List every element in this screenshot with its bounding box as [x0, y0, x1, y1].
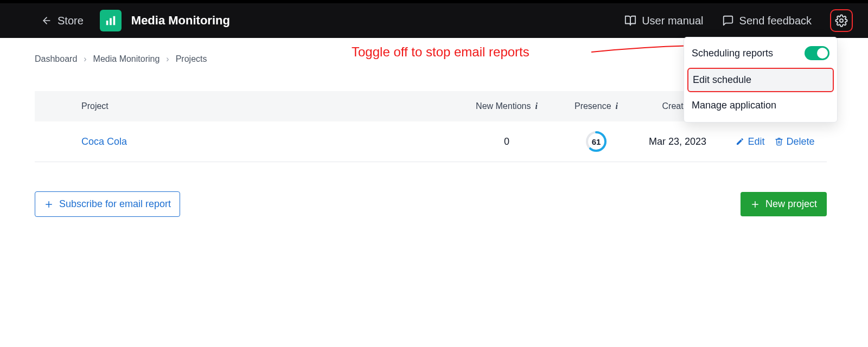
- row-actions: Edit Delete: [724, 136, 827, 147]
- edit-button[interactable]: Edit: [736, 136, 764, 147]
- subscribe-label: Subscribe for email report: [59, 198, 171, 210]
- plus-icon: [44, 200, 54, 209]
- send-feedback-link[interactable]: Send feedback: [722, 15, 812, 27]
- created-value: Mar 23, 2023: [649, 136, 706, 147]
- dropdown-manage-application[interactable]: Manage application: [684, 94, 837, 117]
- new-project-label: New project: [765, 198, 817, 210]
- bottom-actions: Subscribe for email report New project: [35, 191, 827, 217]
- delete-label: Delete: [787, 136, 815, 147]
- col-project-header: Project: [81, 101, 452, 111]
- svg-rect-3: [113, 16, 115, 25]
- chevron-right-icon: ›: [84, 54, 86, 64]
- subscribe-email-report-button[interactable]: Subscribe for email report: [35, 191, 180, 217]
- toggle-knob: [817, 48, 828, 59]
- presence-gauge: 61: [585, 131, 607, 152]
- svg-rect-1: [106, 21, 108, 25]
- chevron-right-icon: ›: [166, 54, 169, 64]
- new-project-button[interactable]: New project: [741, 192, 827, 216]
- feedback-icon: [722, 15, 734, 27]
- info-icon[interactable]: i: [535, 101, 537, 111]
- table-row: Coca Cola 0 61 Mar 23, 2023 Edit: [35, 121, 827, 162]
- scheduling-reports-toggle[interactable]: [805, 46, 829, 60]
- col-mentions-label: New Mentions: [476, 101, 531, 111]
- pencil-icon: [736, 137, 744, 146]
- breadcrumb-item[interactable]: Dashboard: [35, 54, 77, 64]
- topbar: Store Media Monitoring User manual Send …: [0, 0, 868, 38]
- settings-dropdown: Scheduling reports Edit schedule Manage …: [684, 37, 838, 123]
- delete-button[interactable]: Delete: [775, 136, 815, 147]
- col-mentions-header: New Mentions i: [452, 101, 561, 111]
- send-feedback-label: Send feedback: [739, 15, 812, 27]
- bar-chart-icon: [105, 15, 117, 27]
- breadcrumb-item[interactable]: Projects: [176, 54, 207, 64]
- book-icon: [624, 15, 636, 27]
- project-link[interactable]: Coca Cola: [81, 136, 127, 147]
- info-icon[interactable]: i: [616, 101, 618, 111]
- app-logo[interactable]: [100, 10, 122, 31]
- col-presence-label: Presence: [575, 101, 611, 111]
- back-to-store[interactable]: Store: [41, 15, 84, 27]
- breadcrumb-item[interactable]: Media Monitoring: [93, 54, 160, 64]
- dropdown-scheduling-reports: Scheduling reports: [684, 41, 837, 66]
- dropdown-edit-schedule[interactable]: Edit schedule: [687, 68, 834, 92]
- trash-icon: [775, 137, 783, 146]
- user-manual-link[interactable]: User manual: [624, 15, 703, 27]
- user-manual-label: User manual: [642, 15, 703, 27]
- scheduling-reports-label: Scheduling reports: [692, 48, 773, 59]
- edit-label: Edit: [748, 136, 764, 147]
- gear-icon: [835, 14, 848, 27]
- arrow-left-icon: [41, 15, 52, 26]
- svg-rect-2: [110, 18, 112, 25]
- settings-button[interactable]: [830, 9, 853, 32]
- plus-icon: [750, 200, 760, 209]
- col-presence-header: Presence i: [561, 101, 631, 111]
- svg-point-4: [840, 19, 843, 22]
- mentions-value: 0: [504, 136, 509, 147]
- edit-schedule-label: Edit schedule: [693, 74, 751, 86]
- back-label: Store: [58, 15, 84, 27]
- app-title: Media Monitoring: [131, 14, 230, 28]
- manage-application-label: Manage application: [692, 100, 776, 111]
